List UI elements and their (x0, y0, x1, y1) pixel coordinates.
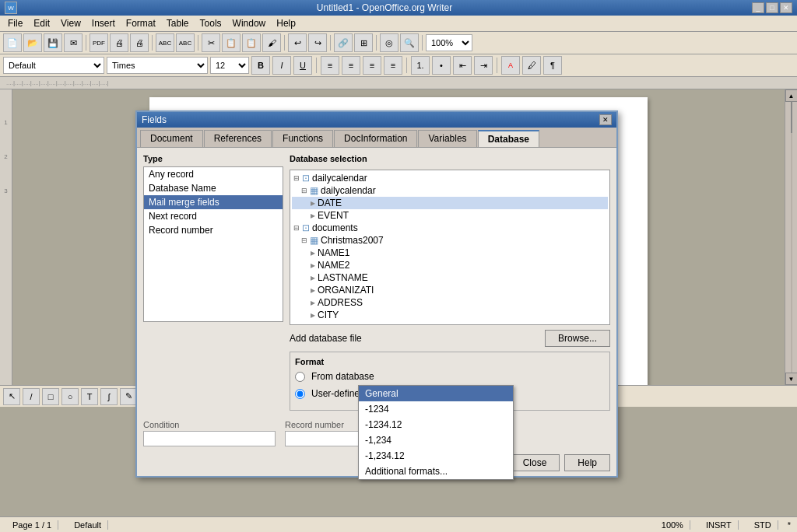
tab-functions[interactable]: Functions (272, 130, 333, 147)
line-tool[interactable]: / (23, 388, 40, 405)
autocorrect-btn[interactable]: ABC (176, 33, 195, 52)
type-mail-merge-fields[interactable]: Mail merge fields (144, 195, 283, 209)
type-record-number[interactable]: Record number (144, 223, 283, 237)
print-btn[interactable]: 🖨 (130, 33, 149, 52)
scroll-thumb[interactable] (791, 102, 792, 133)
tab-variables[interactable]: Variables (418, 130, 476, 147)
format-paint-btn[interactable]: 🖌 (262, 33, 281, 52)
browse-button[interactable]: Browse... (545, 330, 610, 347)
ellipse-tool[interactable]: ○ (61, 388, 79, 405)
tree-date[interactable]: ▸ DATE (292, 197, 608, 209)
text-tool[interactable]: T (81, 388, 98, 405)
freeform-tool[interactable]: ✎ (120, 388, 137, 405)
font-color-btn[interactable]: A (501, 56, 520, 75)
tree-event[interactable]: ▸ EVENT (292, 209, 608, 222)
menu-view[interactable]: View (56, 16, 86, 30)
minimize-button[interactable]: _ (752, 2, 764, 13)
menu-insert[interactable]: Insert (87, 16, 120, 30)
tree-organizati[interactable]: ▸ ORGANIZATI (292, 284, 608, 296)
paragraph-btn[interactable]: ¶ (543, 56, 562, 75)
highlight-btn[interactable]: 🖊 (522, 56, 541, 75)
table-btn[interactable]: ⊞ (354, 33, 373, 52)
scroll-up-btn[interactable]: ▲ (785, 89, 798, 102)
save-btn[interactable]: 💾 (44, 33, 62, 52)
menu-edit[interactable]: Edit (29, 16, 54, 30)
cut-btn[interactable]: ✂ (202, 33, 220, 52)
underline-btn[interactable]: U (293, 56, 312, 75)
spellcheck-btn[interactable]: ABC (156, 33, 174, 52)
curve-tool[interactable]: ∫ (100, 388, 118, 405)
italic-btn[interactable]: I (272, 56, 291, 75)
menu-format[interactable]: Format (121, 16, 160, 30)
user-defined-radio[interactable] (295, 389, 305, 399)
tree-dailycalendar-root[interactable]: ⊟ ⊡ dailycalendar (292, 172, 608, 184)
select-tool[interactable]: ↖ (3, 388, 20, 405)
insert-button[interactable]: Insert (455, 454, 505, 471)
hyperlink-btn[interactable]: 🔗 (334, 33, 353, 52)
field-icon: ▸ (311, 285, 315, 296)
print-preview-btn[interactable]: 🖨 (110, 33, 128, 52)
align-right-btn[interactable]: ≡ (363, 56, 381, 75)
tab-bar: Document References Functions DocInforma… (137, 128, 616, 148)
tab-docinformation[interactable]: DocInformation (334, 130, 417, 147)
align-justify-btn[interactable]: ≡ (384, 56, 402, 75)
tree-lastname[interactable]: ▸ LASTNAME (292, 271, 608, 284)
size-combo[interactable]: 12 (210, 57, 249, 74)
scroll-down-btn[interactable]: ▼ (785, 373, 798, 385)
menu-table[interactable]: Table (162, 16, 194, 30)
from-db-radio[interactable] (295, 372, 305, 382)
type-any-record[interactable]: Any record (144, 167, 283, 181)
rect-tool[interactable]: □ (42, 388, 59, 405)
tab-document[interactable]: Document (140, 130, 203, 147)
close-button[interactable]: ✕ (780, 2, 792, 13)
bold-btn[interactable]: B (251, 56, 270, 75)
font-combo[interactable]: Times (107, 57, 208, 74)
tab-references[interactable]: References (204, 130, 272, 147)
tree-christmas2007[interactable]: ⊟ ▦ Christmas2007 (292, 234, 608, 247)
tree-city[interactable]: ▸ CITY (292, 309, 608, 321)
undo-btn[interactable]: ↩ (288, 33, 307, 52)
menu-tools[interactable]: Tools (195, 16, 226, 30)
tree-documents-root[interactable]: ⊟ ⊡ documents (292, 222, 608, 234)
style-combo[interactable]: Default (3, 57, 104, 74)
align-left-btn[interactable]: ≡ (321, 56, 339, 75)
close-button[interactable]: Close (510, 454, 560, 471)
redo-btn[interactable]: ↪ (308, 33, 327, 52)
maximize-button[interactable]: □ (766, 2, 778, 13)
zoom-combo[interactable]: 100% (426, 34, 472, 51)
bullets-btn[interactable]: • (432, 56, 451, 75)
email-btn[interactable]: ✉ (64, 33, 83, 52)
help-button[interactable]: Help (564, 454, 610, 471)
tree-address[interactable]: ▸ ADDRESS (292, 296, 608, 309)
copy-btn[interactable]: 📋 (222, 33, 241, 52)
open-btn[interactable]: 📂 (23, 33, 42, 52)
menu-help[interactable]: Help (272, 16, 300, 30)
tree-name1[interactable]: ▸ NAME1 (292, 247, 608, 259)
condition-input[interactable] (143, 431, 276, 446)
insert-mode: INSRT (700, 520, 739, 530)
tree-name2[interactable]: ▸ NAME2 (292, 259, 608, 271)
from-db-label: From database (311, 371, 374, 382)
type-panel: Type Any record Database Name Mail merge… (143, 154, 283, 411)
type-database-name[interactable]: Database Name (144, 181, 283, 195)
page-count: Page 1 / 1 (6, 520, 58, 530)
paste-btn[interactable]: 📋 (242, 33, 261, 52)
menu-window[interactable]: Window (228, 16, 271, 30)
tree-label: CITY (318, 310, 339, 320)
numbering-btn[interactable]: 1. (411, 56, 430, 75)
increase-indent-btn[interactable]: ⇥ (474, 56, 493, 75)
record-number-label: Record number (285, 420, 417, 429)
type-next-record[interactable]: Next record (144, 209, 283, 223)
tree-dailycalendar-table[interactable]: ⊟ ▦ dailycalendar (292, 184, 608, 197)
tab-database[interactable]: Database (478, 130, 539, 147)
find-btn[interactable]: 🔍 (400, 33, 419, 52)
pdf-btn[interactable]: PDF (90, 33, 108, 52)
record-number-input[interactable] (285, 431, 417, 446)
dialog-close-button[interactable]: ✕ (599, 114, 612, 125)
decrease-indent-btn[interactable]: ⇤ (453, 56, 472, 75)
menu-file[interactable]: File (3, 16, 27, 30)
new-btn[interactable]: 📄 (3, 33, 22, 52)
format-combo[interactable]: General (371, 385, 449, 402)
align-center-btn[interactable]: ≡ (342, 56, 360, 75)
nav-btn[interactable]: ◎ (380, 33, 398, 52)
